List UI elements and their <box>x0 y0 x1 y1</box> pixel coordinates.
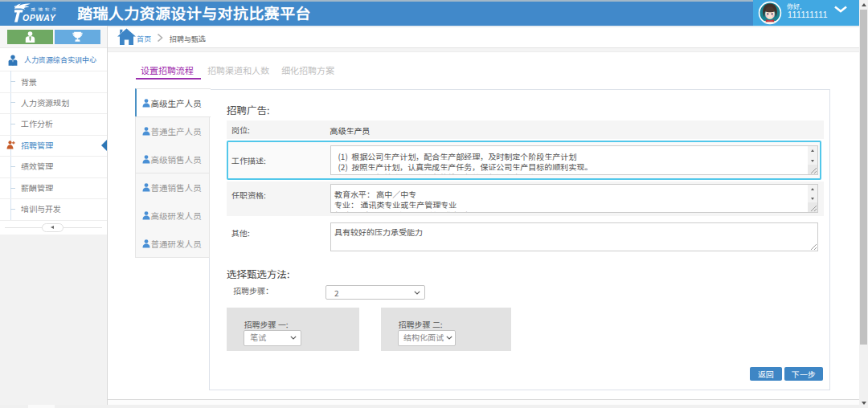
svg-text:OPWAY: OPWAY <box>23 13 56 22</box>
svg-text:踏瑞软件: 踏瑞软件 <box>31 6 59 13</box>
